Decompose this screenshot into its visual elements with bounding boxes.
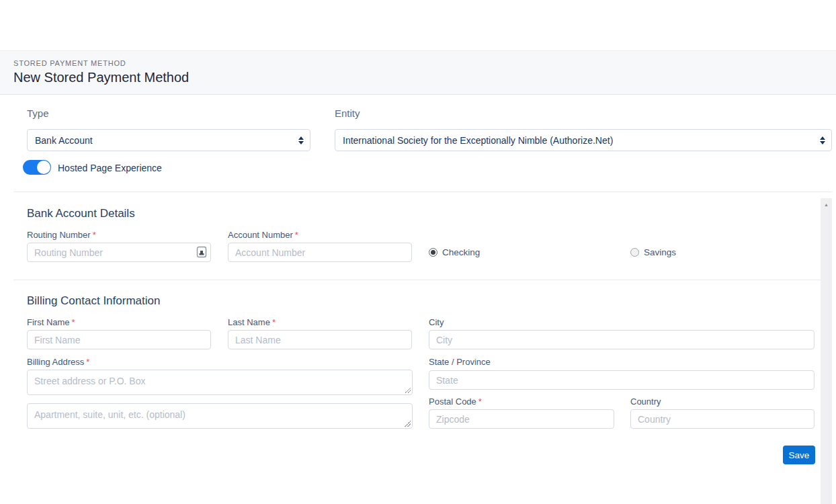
- autofill-icon[interactable]: [196, 246, 207, 258]
- entity-label: Entity: [335, 108, 360, 119]
- entity-select-value: International Society for the Exceptiona…: [343, 135, 613, 146]
- required-marker: *: [272, 317, 276, 327]
- stepper-icon: [820, 136, 825, 144]
- vertical-scrollbar[interactable]: ▲: [821, 198, 832, 504]
- country-input[interactable]: [630, 409, 814, 429]
- radio-savings[interactable]: Savings: [630, 247, 676, 257]
- bank-details-heading: Bank Account Details: [27, 207, 135, 220]
- radio-savings-label: Savings: [644, 247, 676, 257]
- city-input[interactable]: [429, 330, 814, 349]
- country-label: Country: [630, 396, 661, 407]
- required-marker: *: [295, 230, 298, 240]
- hosted-page-toggle-label: Hosted Page Experience: [58, 163, 162, 173]
- routing-number-input[interactable]: [27, 243, 211, 262]
- entity-select[interactable]: International Society for the Exceptiona…: [335, 129, 832, 151]
- toggle-knob-icon: [37, 161, 50, 174]
- required-marker: *: [478, 396, 482, 407]
- type-label: Type: [27, 108, 49, 119]
- state-label: State / Province: [429, 357, 491, 367]
- last-name-label: Last Name*: [228, 317, 276, 327]
- radio-checking[interactable]: Checking: [429, 247, 480, 257]
- postal-code-label: Postal Code*: [429, 396, 482, 407]
- radio-checking-label: Checking: [442, 247, 480, 257]
- account-number-input[interactable]: [228, 243, 412, 262]
- page-title: New Stored Payment Method: [13, 70, 836, 85]
- street-address-textarea[interactable]: [27, 370, 413, 395]
- new-stored-payment-method-page: STORED PAYMENT METHOD New Stored Payment…: [0, 0, 836, 504]
- account-number-label: Account Number*: [228, 230, 298, 240]
- save-button[interactable]: Save: [783, 446, 815, 464]
- radio-icon: [429, 248, 437, 257]
- type-select[interactable]: Bank Account: [27, 129, 310, 151]
- billing-info-heading: Billing Contact Information: [27, 294, 160, 308]
- section-divider: [13, 192, 832, 192]
- last-name-input[interactable]: [228, 330, 412, 349]
- section-divider: [13, 280, 832, 280]
- scroll-up-icon[interactable]: ▲: [821, 202, 832, 208]
- address-line2-textarea[interactable]: [27, 403, 413, 429]
- page-header: STORED PAYMENT METHOD New Stored Payment…: [0, 50, 836, 95]
- city-label: City: [429, 317, 444, 327]
- state-input[interactable]: [429, 370, 814, 390]
- billing-address-label: Billing Address*: [27, 357, 89, 367]
- postal-code-input[interactable]: [429, 409, 614, 429]
- required-marker: *: [72, 317, 75, 327]
- hosted-page-toggle[interactable]: [23, 160, 51, 175]
- required-marker: *: [93, 230, 96, 240]
- radio-icon: [630, 248, 639, 257]
- first-name-input[interactable]: [27, 330, 211, 349]
- first-name-label: First Name*: [27, 317, 75, 327]
- type-select-value: Bank Account: [35, 135, 93, 146]
- routing-number-label: Routing Number*: [27, 230, 96, 240]
- required-marker: *: [86, 357, 89, 367]
- stepper-icon: [298, 136, 304, 144]
- object-type-eyebrow: STORED PAYMENT METHOD: [13, 59, 836, 67]
